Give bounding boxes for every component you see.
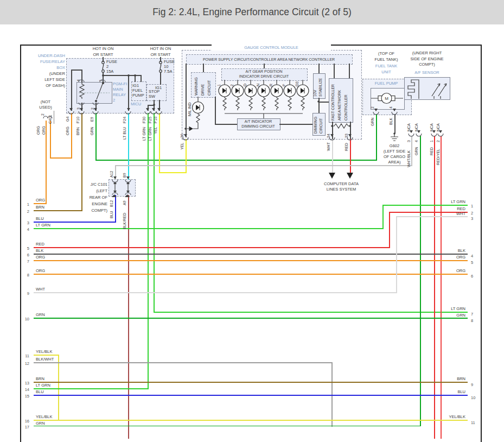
pin-f10: F10 <box>75 115 81 123</box>
row-label: WHT <box>36 286 45 292</box>
row-label: YEL/BLK <box>36 349 52 355</box>
wirecolor-e9: GRN <box>90 124 95 135</box>
c401-pin-2: 2 <box>40 110 46 116</box>
row-label: BLK/WHT <box>36 356 54 362</box>
af-sensor-location: (UNDER RIGHTSIDE OF ENGINECOMPT) <box>403 50 451 68</box>
gcm-power-supply-label: POWER SUPPLY CIRCUIT/CONTROLLER AREA NET… <box>187 56 351 62</box>
relay-pin-3: 3 <box>76 104 81 110</box>
row-label-r: BRN <box>433 376 465 382</box>
fuse-10-icon <box>160 61 162 73</box>
row-num-r: 5 <box>471 260 479 265</box>
row-label: BLK <box>36 248 43 254</box>
stabilizer-label: STABILIZE <box>318 74 323 97</box>
micu-stop-sw: STOPSW <box>149 89 160 99</box>
row-label: BRN <box>36 204 44 210</box>
row-num: 2 <box>22 209 29 214</box>
row-label: LT GRN <box>36 382 50 388</box>
row-label-r: BLK <box>433 248 465 254</box>
pin-f24: F24 <box>122 115 127 123</box>
fuel-pump-label: FUEL PUMP <box>362 80 410 86</box>
row-num-r: 1 <box>471 204 479 209</box>
row-num: 8 <box>22 273 29 277</box>
micu-ig1-fuel-pump: IG1FUELPUMP <box>132 83 144 98</box>
row-num: 5 <box>22 246 29 251</box>
row-num: 12 <box>22 361 29 366</box>
led-label-d: D <box>243 81 248 86</box>
led-label-d3: D3 <box>295 79 300 86</box>
row-num-r: 4 <box>471 254 479 258</box>
pin-f30: F30 <box>142 115 147 123</box>
row-label-r: ORG <box>433 254 465 260</box>
row-label: ORG <box>36 197 45 203</box>
af-nca-label: NCA <box>406 116 412 131</box>
row-num: 4 <box>22 227 29 232</box>
gcm-pin-36-color: YEL <box>180 140 185 150</box>
computer-data-arrows <box>329 173 353 179</box>
row-label: LT GRN <box>36 222 50 228</box>
gcm-pin-34-color: WHT <box>326 140 331 151</box>
row-label: GRN <box>36 420 45 426</box>
af-pin-4: 4 <box>414 137 419 142</box>
row-num: 1 <box>22 202 29 207</box>
row-num: 7 <box>22 259 29 264</box>
gcm-pin-34: 34 <box>326 132 331 138</box>
row-num: 9 <box>22 291 29 296</box>
af-wire-red: RED <box>429 144 435 155</box>
pin-p10: P10 <box>153 115 158 123</box>
led-label-1: 1 <box>216 81 222 86</box>
hot-label-1: HOT IN ONOR START <box>86 46 120 58</box>
row-num: 15 <box>22 394 29 399</box>
gcm-warning-label: DRIVE <box>200 74 206 96</box>
fast-can-label: AREA NETWORK <box>337 79 342 121</box>
relay-name: PGM-FIMAINRELAY2 <box>113 81 127 103</box>
fuel-pump-pin-2: 2 <box>370 103 375 109</box>
at-dimming-label: A/T INDICATORDIMMING CIRCUIT <box>238 119 279 129</box>
af-wire-redyel: RED/YEL <box>436 144 441 165</box>
af-sensor-name: A/F SENSOR <box>403 70 451 75</box>
row-num: 17 <box>22 425 29 430</box>
row-label: BLU <box>36 216 44 222</box>
row-num-r: 10 <box>471 395 479 400</box>
row-num-r: 11 <box>471 420 479 425</box>
af-sensor-element-icon <box>432 84 446 99</box>
row-num-r: 8 <box>471 318 479 323</box>
wirecolor-p10: YEL <box>153 124 158 134</box>
fuse-2-label: FUSE215A <box>106 59 117 74</box>
led-label-2: 2 <box>229 81 235 86</box>
fast-can-label: FAST CONTROLLER <box>330 79 336 121</box>
row-num-r: 7 <box>471 312 479 317</box>
af-pin-2: 2 <box>436 137 441 142</box>
ground-icon-g602 <box>391 132 398 141</box>
jc-wire-blkred: BLK/RED <box>122 209 127 229</box>
row-label-r: GRN <box>433 312 465 318</box>
row-num-r: 9 <box>471 382 479 387</box>
relay-pin-4: 4 <box>76 76 81 81</box>
stabilizer-label: 10V <box>312 74 318 97</box>
jc-pin-b12: B12 <box>109 198 114 207</box>
pin-g4: G4 <box>65 115 71 122</box>
row-label-r: LT GRN <box>433 306 465 312</box>
not-used-label: (NOTUSED) <box>31 99 60 110</box>
fast-can-label: CONTROLLER <box>343 79 349 121</box>
relay-pin-2: 2 <box>90 104 95 110</box>
row-num-r: 6 <box>471 274 479 279</box>
relay-pin-1: 1 <box>98 76 104 81</box>
jc-pass-through-arrows <box>113 181 130 193</box>
gcm-pin-36: 36 <box>180 132 185 138</box>
fuse-2-icon <box>102 61 105 73</box>
af-wire-whtblk: WHT/BLK <box>406 144 412 167</box>
row-label-r: LT GRN <box>433 199 465 205</box>
wirecolor-f25: LT GRN <box>148 124 153 141</box>
af-pin-3: 3 <box>406 137 412 142</box>
wirecolor-f24: LT BLU <box>122 124 127 140</box>
gcm-pin-33: 33 <box>344 132 349 138</box>
af-wire-grn: GRN <box>414 144 419 155</box>
pin-e9: E9 <box>90 115 95 122</box>
gcm-pin-33-color: RED <box>344 140 349 151</box>
gcm-warning-label: CIRCUIT <box>207 74 212 96</box>
mil-ind-label: MIL IND <box>187 100 193 116</box>
hot-label-2: HOT IN ONOR START <box>143 46 178 58</box>
jc-pin-a9: A9 <box>122 198 127 205</box>
row-label: GRN <box>36 312 45 318</box>
row-label: ORG <box>36 254 45 260</box>
